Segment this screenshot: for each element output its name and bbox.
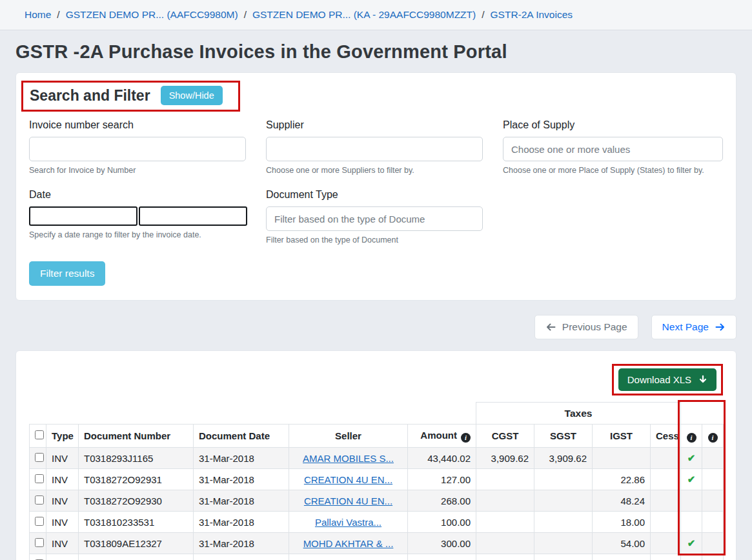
filter-grid: Invoice number search Search for Invoice…	[29, 119, 723, 245]
cell-document-number: T031809AE12327	[79, 533, 194, 554]
previous-page-label: Previous Page	[562, 321, 627, 333]
place-of-supply-label: Place of Supply	[503, 119, 723, 131]
cell-type: INV	[46, 469, 79, 490]
show-hide-button[interactable]: Show/Hide	[161, 86, 223, 105]
cell-document-date: 31-Mar-2018	[194, 512, 289, 533]
seller-link[interactable]: CREATION 4U EN...	[304, 495, 392, 506]
page-title: GSTR -2A Purchase Invoices in the Govern…	[15, 41, 737, 63]
cell-igst: 48.24	[593, 490, 651, 512]
document-type-help: Filter based on the type of Document	[266, 235, 483, 245]
date-from-input[interactable]	[29, 206, 137, 226]
invoice-search-input[interactable]	[29, 137, 246, 161]
invoice-search-help: Search for Invoice by Number	[29, 166, 246, 175]
document-type-input[interactable]	[266, 206, 483, 231]
cell-cgst	[476, 490, 534, 512]
breadcrumb-link-gstin[interactable]: GSTZEN DEMO PR... (KA - 29AAFCC9980MZZT)	[252, 9, 476, 21]
cell-match-status: ✔	[681, 469, 702, 490]
header-sgst: SGST	[534, 425, 593, 448]
row-checkbox[interactable]	[35, 474, 44, 483]
cell-cess	[651, 533, 681, 554]
highlight-box-filter-header: Search and Filter Show/Hide	[21, 81, 240, 112]
breadcrumb-separator: /	[482, 9, 484, 21]
cell-status-2	[702, 554, 724, 560]
download-arrow-icon	[698, 375, 707, 385]
arrow-left-icon	[545, 322, 556, 332]
cell-sgst	[534, 554, 593, 560]
header-document-number: Document Number	[79, 425, 194, 448]
invoice-row: INV T0318272O92931 31-Mar-2018 CREATION …	[30, 469, 724, 490]
cell-sgst	[534, 469, 593, 490]
breadcrumb-link-home[interactable]: Home	[25, 9, 51, 21]
supplier-input[interactable]	[266, 137, 483, 161]
breadcrumb-link-gstr2a[interactable]: GSTR-2A Invoices	[491, 9, 573, 21]
row-checkbox[interactable]	[35, 453, 44, 462]
cell-cess	[651, 490, 681, 512]
date-label: Date	[29, 189, 246, 201]
seller-link[interactable]: AMAR MOBILES S...	[303, 453, 394, 464]
cell-amount: 100.00	[408, 512, 476, 533]
select-all-checkbox[interactable]	[35, 430, 44, 439]
cell-cess	[651, 512, 681, 533]
cell-amount: 43,440.02	[408, 448, 476, 469]
supplier-label: Supplier	[266, 119, 483, 131]
cell-amount: 163,600.00	[408, 554, 476, 560]
next-page-button[interactable]: Next Page	[651, 315, 737, 339]
cell-match-status: ✔	[681, 554, 702, 560]
invoice-row: INV JAFPL/338/17-18 31-Mar-2018 A A SECU…	[30, 554, 724, 560]
group-header-blank	[30, 403, 476, 425]
info-icon: i	[461, 433, 471, 443]
pagination: Previous Page Next Page	[15, 315, 737, 339]
invoice-row: INV T0318293J1165 31-Mar-2018 AMAR MOBIL…	[30, 448, 724, 469]
group-header-blank	[681, 403, 724, 425]
cell-status-2	[702, 512, 724, 533]
invoice-row: INV T031810233531 31-Mar-2018 Pallavi Va…	[30, 512, 724, 533]
cell-igst	[593, 448, 651, 469]
cell-type: INV	[46, 490, 79, 512]
breadcrumb-link-company[interactable]: GSTZEN DEMO PR... (AAFCC9980M)	[66, 9, 238, 21]
invoice-search-field: Invoice number search Search for Invoice…	[29, 119, 246, 175]
cell-cgst	[476, 512, 534, 533]
date-help: Specify a date range to filter by the in…	[29, 230, 246, 239]
header-document-date: Document Date	[194, 425, 289, 448]
row-checkbox[interactable]	[35, 495, 44, 505]
header-igst: IGST	[593, 425, 651, 448]
place-of-supply-help: Choose one or more Place of Supply (Stat…	[503, 166, 723, 175]
row-checkbox[interactable]	[35, 538, 44, 547]
highlight-box-download: Download XLS	[612, 364, 723, 395]
cell-amount: 300.00	[408, 533, 476, 554]
cell-cgst: 3,909.62	[476, 448, 534, 469]
cell-match-status	[681, 512, 702, 533]
supplier-help: Choose one or more Suppliers to filter b…	[266, 166, 483, 175]
cell-match-status: ✔	[681, 448, 702, 469]
cell-match-status	[681, 490, 702, 512]
cell-document-number: T0318272O92931	[79, 469, 194, 490]
cell-document-number: T0318272O92930	[79, 490, 194, 512]
place-of-supply-input[interactable]	[503, 137, 723, 161]
cell-igst: 54.00	[593, 533, 651, 554]
cell-status-2	[702, 490, 724, 512]
invoice-table-wrap: Taxes Type Document Number Document Date…	[29, 402, 723, 560]
invoice-row: INV T0318272O92930 31-Mar-2018 CREATION …	[30, 490, 724, 512]
seller-link[interactable]: Pallavi Vastra...	[315, 517, 381, 528]
cell-status-2	[702, 448, 724, 469]
filter-results-button[interactable]: Filter results	[29, 261, 105, 286]
cell-cgst	[476, 469, 534, 490]
next-page-label: Next Page	[662, 321, 709, 333]
cell-cgst	[476, 554, 534, 560]
seller-link[interactable]: CREATION 4U EN...	[304, 474, 392, 485]
header-cess: Cess	[651, 425, 681, 448]
previous-page-button[interactable]: Previous Page	[534, 315, 638, 339]
document-type-label: Document Type	[266, 189, 483, 201]
seller-link[interactable]: MOHD AKHTAR & ...	[303, 538, 394, 549]
download-xls-button[interactable]: Download XLS	[618, 368, 716, 391]
cell-type: INV	[46, 554, 79, 560]
cell-amount: 268.00	[408, 490, 476, 512]
cell-igst: 18.00	[593, 512, 651, 533]
cell-cess	[651, 448, 681, 469]
cell-sgst: 3,909.62	[534, 448, 593, 469]
row-checkbox[interactable]	[35, 517, 44, 526]
arrow-right-icon	[715, 322, 726, 332]
date-to-input[interactable]	[139, 206, 247, 226]
header-status-2: i	[702, 425, 724, 448]
header-cgst: CGST	[476, 425, 534, 448]
